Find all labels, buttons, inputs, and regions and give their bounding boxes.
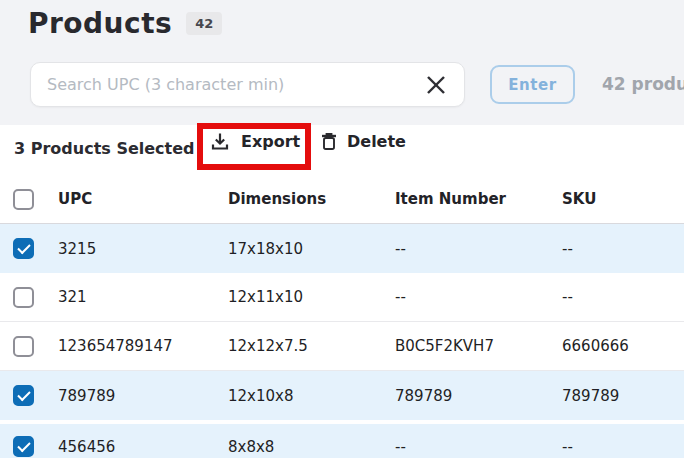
page-header: Products 42 Enter 42 products	[0, 0, 684, 125]
count-badge: 42	[186, 12, 222, 35]
close-icon	[423, 72, 449, 98]
products-table: UPC Dimensions Item Number SKU 3215 17x1…	[0, 175, 684, 458]
cell-dimensions: 8x8x8	[228, 438, 395, 456]
table-row[interactable]: 3215 17x18x10 -- --	[0, 224, 684, 273]
table-header-row: UPC Dimensions Item Number SKU	[0, 175, 684, 224]
cell-dimensions: 12x12x7.5	[228, 337, 395, 355]
select-all-checkbox[interactable]	[13, 189, 34, 210]
row-checkbox[interactable]	[13, 385, 34, 406]
table-row[interactable]: 456456 8x8x8 -- --	[0, 420, 684, 458]
title-row: Products 42	[28, 7, 222, 40]
row-checkbox[interactable]	[13, 287, 34, 308]
column-header-upc: UPC	[58, 190, 228, 208]
cell-dimensions: 12x10x8	[228, 387, 395, 405]
download-icon	[210, 131, 230, 152]
cell-dimensions: 12x11x10	[228, 288, 395, 306]
cell-sku: --	[562, 288, 684, 306]
table-row[interactable]: 123654789147 12x12x7.5 B0C5F2KVH7 666066…	[0, 322, 684, 371]
page-title: Products	[28, 7, 172, 40]
cell-item-number: --	[395, 438, 562, 456]
cell-sku: --	[562, 438, 684, 456]
cell-upc: 321	[58, 288, 228, 306]
cell-sku: 789789	[562, 387, 684, 405]
table-row[interactable]: 789789 12x10x8 789789 789789	[0, 371, 684, 420]
export-label: Export	[241, 132, 300, 151]
cell-upc: 3215	[58, 240, 228, 258]
search-input[interactable]	[30, 62, 465, 107]
enter-button[interactable]: Enter	[490, 65, 575, 104]
trash-icon	[320, 131, 338, 152]
cell-sku: --	[562, 240, 684, 258]
selected-count-text: 3 Products Selected	[14, 139, 195, 158]
cell-dimensions: 17x18x10	[228, 240, 395, 258]
delete-button[interactable]: Delete	[320, 131, 406, 152]
clear-search-button[interactable]	[423, 72, 449, 98]
row-checkbox[interactable]	[13, 336, 34, 357]
column-header-sku: SKU	[562, 190, 684, 208]
cell-upc: 456456	[58, 438, 228, 456]
products-count: 42 products	[602, 74, 684, 94]
row-checkbox[interactable]	[13, 238, 34, 259]
table-row[interactable]: 321 12x11x10 -- --	[0, 273, 684, 322]
cell-upc: 123654789147	[58, 337, 228, 355]
column-header-dimensions: Dimensions	[228, 190, 395, 208]
cell-item-number: B0C5F2KVH7	[395, 337, 562, 355]
row-checkbox[interactable]	[13, 436, 34, 457]
products-page: { "header": { "title": "Products", "coun…	[0, 0, 684, 458]
cell-item-number: --	[395, 288, 562, 306]
export-button[interactable]: Export	[210, 131, 300, 152]
column-header-item-number: Item Number	[395, 190, 562, 208]
cell-item-number: 789789	[395, 387, 562, 405]
delete-label: Delete	[347, 132, 406, 151]
cell-sku: 6660666	[562, 337, 684, 355]
cell-upc: 789789	[58, 387, 228, 405]
cell-item-number: --	[395, 240, 562, 258]
